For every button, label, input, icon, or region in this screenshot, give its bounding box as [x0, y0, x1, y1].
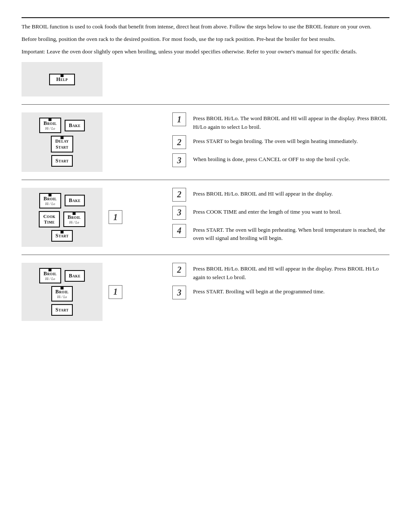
step-2-2: 2 Press BROIL Hi/Lo. BROIL and HI will a… [172, 188, 389, 202]
delay-diagram-col: Broil Hi / Lo Bake Broil Hi / Lo [22, 263, 159, 321]
start-btn-1[interactable]: Start [51, 155, 73, 167]
start-label-2: Start [56, 233, 68, 239]
help-diagram-box: Help [22, 62, 103, 96]
bake-btn-2[interactable]: Bake [65, 195, 85, 206]
step-1-1: 1 Press BROIL Hi/Lo. The word BROIL and … [172, 112, 389, 131]
page: The BROIL function is used to cook foods… [0, 0, 411, 346]
ct-bottom-row: Start [51, 230, 73, 242]
ct-top-row: Broil Hi / Lo Bake [39, 193, 85, 208]
broil-diagram-box: Broil Hi / Lo Bake Delay Start [22, 112, 103, 171]
section-broil: Broil Hi / Lo Bake Delay Start [22, 105, 389, 179]
delay-buttons-inner: Broil Hi / Lo Bake Broil Hi / Lo [39, 268, 85, 316]
step-badge-3-3: 3 [172, 286, 186, 299]
intro-section: The BROIL function is used to cook foods… [22, 18, 389, 104]
step-content-3-3: Press START. Broiling will begin at the … [193, 286, 389, 296]
step-badge-1-2: 2 [172, 135, 186, 149]
broil-hi-lo-btn-3[interactable]: Broil Hi / Lo [39, 268, 61, 283]
step-badge-1-3: 3 [172, 153, 186, 167]
inline-step-badge-2: 1 [109, 210, 122, 224]
step-2-4: 4 Press START. The oven will begin prehe… [172, 224, 389, 243]
step-content-1-1: Press BROIL Hi/Lo. The word BROIL and HI… [193, 112, 389, 131]
step-badge-2-3: 3 [172, 206, 186, 220]
broil-label-1: Broil [44, 120, 57, 127]
start-indicator-2 [60, 230, 63, 233]
inline-step-badge-3: 1 [109, 285, 122, 299]
broil-sublabel-3b: Hi / Lo [56, 295, 69, 299]
step-badge-1-1: 1 [172, 112, 186, 126]
step-1-2: 2 Press START to begin broiling. The ove… [172, 135, 389, 149]
delay-start-btn-1[interactable]: Delay Start [51, 136, 73, 152]
intro-para-2: Before broiling, position the oven rack … [22, 35, 389, 44]
step-content-3-2: Press BROIL Hi/Lo. BROIL and HI will app… [193, 263, 389, 281]
broil-middle-row: Delay Start [51, 136, 73, 152]
step-content-1-3: When broiling is done, press CANCEL or O… [193, 153, 389, 164]
broil-hi-lo-btn-1[interactable]: Broil Hi / Lo [39, 118, 61, 133]
start-btn-2[interactable]: Start [51, 230, 73, 242]
cook-time-btn-2[interactable]: Cook Time [39, 211, 59, 227]
step-content-2-4: Press START. The oven will begin preheat… [193, 224, 389, 243]
bake-label-2: Bake [69, 197, 81, 204]
broil-hi-lo-btn-2[interactable]: Broil Hi / Lo [39, 193, 61, 208]
broil-label-3: Broil [44, 271, 57, 277]
step-badge-2-4: 4 [172, 224, 186, 238]
broil-bottom-row: Start [51, 155, 73, 167]
delay-indicator-1 [60, 136, 63, 139]
broil-label-2b: Broil [68, 214, 81, 221]
broil-label-2: Broil [44, 196, 57, 202]
bake-btn-1[interactable]: Bake [65, 120, 85, 131]
intro-para-1: The BROIL function is used to cook foods… [22, 22, 389, 31]
cooktime-diagram-box: Broil Hi / Lo Bake Cook Time [22, 188, 103, 247]
broil-indicator-1 [49, 118, 52, 121]
start-label-1: Start [56, 158, 68, 164]
step-3-2: 2 Press BROIL Hi/Lo. BROIL and HI will a… [172, 263, 389, 281]
bake-btn-3[interactable]: Bake [65, 270, 85, 282]
cooktime-steps-panel: 2 Press BROIL Hi/Lo. BROIL and HI will a… [159, 188, 389, 243]
broil-sublabel-2: Hi / Lo [44, 202, 57, 206]
broil-diagram-col: Broil Hi / Lo Bake Delay Start [22, 112, 159, 171]
cook-label-line1: Cook [43, 214, 55, 219]
ds-bottom-row: Start [51, 304, 73, 316]
step-badge-3-2: 2 [172, 263, 186, 277]
broil-sublabel-2b: Hi / Lo [68, 221, 81, 224]
broil-steps-panel: 1 Press BROIL Hi/Lo. The word BROIL and … [159, 112, 389, 167]
ds-middle-row: Broil Hi / Lo [51, 286, 73, 302]
help-button[interactable]: Help [49, 74, 75, 85]
cooktime-buttons-inner: Broil Hi / Lo Bake Cook Time [39, 193, 85, 242]
broil-indicator-2 [49, 193, 52, 196]
broil-2-btn-3[interactable]: Broil Hi / Lo [51, 286, 73, 302]
bake-label-1: Bake [69, 122, 81, 129]
broil-sublabel-3: Hi / Lo [44, 277, 57, 281]
broil-top-row: Broil Hi / Lo Bake [39, 118, 85, 133]
broil-indicator-2b [73, 212, 76, 215]
broil-2-btn-2[interactable]: Broil Hi / Lo [63, 212, 85, 227]
step-content-2-3: Press COOK TIME and enter the length of … [193, 206, 389, 216]
broil-label-3b: Broil [56, 289, 69, 295]
ds-top-row: Broil Hi / Lo Bake [39, 268, 85, 283]
ct-middle-row: Cook Time Broil Hi / Lo [39, 211, 85, 227]
broil-sublabel-1: Hi / Lo [44, 127, 57, 131]
cooktime-diagram-col: Broil Hi / Lo Bake Cook Time [22, 188, 159, 247]
broil-indicator-3 [49, 268, 52, 271]
step-content-1-2: Press START to begin broiling. The oven … [193, 135, 389, 146]
intro-para-3: Important: Leave the oven door slightly … [22, 47, 389, 56]
step-badge-2-2: 2 [172, 188, 186, 202]
delay-steps-panel: 2 Press BROIL Hi/Lo. BROIL and HI will a… [159, 263, 389, 299]
cook-label-line2: Time [43, 219, 55, 225]
bake-label-3: Bake [69, 273, 81, 279]
start-btn-3[interactable]: Start [51, 304, 73, 316]
help-button-label: Help [53, 76, 71, 83]
delay-label-line2: Start [55, 144, 69, 150]
help-indicator [61, 74, 64, 77]
step-3-3: 3 Press START. Broiling will begin at th… [172, 286, 389, 299]
step-content-2-2: Press BROIL Hi/Lo. BROIL and HI will app… [193, 188, 389, 198]
section-broil-cooktime: Broil Hi / Lo Bake Cook Time [22, 180, 389, 255]
delay-diagram-box: Broil Hi / Lo Bake Broil Hi / Lo [22, 263, 103, 321]
step-1-3: 3 When broiling is done, press CANCEL or… [172, 153, 389, 167]
step-2-3: 3 Press COOK TIME and enter the length o… [172, 206, 389, 220]
broil-indicator-3b [60, 286, 63, 289]
section-delay-broil: Broil Hi / Lo Bake Broil Hi / Lo [22, 255, 389, 329]
broil-buttons-inner: Broil Hi / Lo Bake Delay Start [39, 118, 85, 166]
start-label-3: Start [56, 307, 68, 313]
